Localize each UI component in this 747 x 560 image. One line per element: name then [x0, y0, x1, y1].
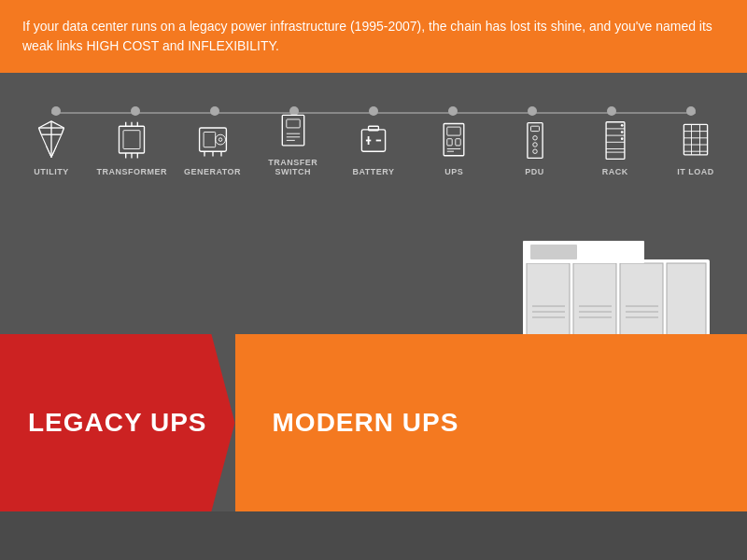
header-text: If your data center runs on a legacy pow… — [22, 19, 712, 53]
svg-rect-20 — [204, 133, 216, 147]
pdu-icon — [521, 119, 549, 161]
component-pdu: PDU — [498, 119, 572, 176]
generator-label: GENERATOR — [184, 167, 241, 176]
svg-point-45 — [532, 143, 537, 147]
legacy-ups-label: LEGACY UPS — [0, 334, 235, 511]
modern-ups-label: MODERN UPS — [235, 334, 747, 511]
transformer-icon — [113, 119, 150, 161]
svg-point-55 — [621, 137, 624, 140]
svg-point-46 — [532, 149, 537, 154]
svg-line-6 — [62, 128, 64, 134]
transformer-label: TRANSFORMER — [97, 167, 168, 176]
transfer-switch-label: TRANSFER SWITCH — [256, 158, 331, 176]
ups-label: UPS — [444, 167, 463, 176]
utility-label: UTILITY — [34, 167, 69, 176]
generator-icon — [194, 119, 232, 161]
svg-point-44 — [532, 136, 537, 141]
legacy-ups-text: LEGACY UPS — [28, 408, 207, 438]
svg-point-54 — [621, 131, 624, 133]
pdu-label: PDU — [525, 167, 544, 176]
svg-rect-43 — [530, 126, 539, 131]
it-load-icon — [677, 119, 714, 161]
battery-icon — [355, 119, 392, 161]
component-ups: UPS — [416, 119, 491, 176]
svg-rect-38 — [447, 139, 452, 146]
svg-rect-69 — [530, 245, 577, 259]
rack-label: RACK — [602, 167, 628, 176]
svg-point-22 — [218, 138, 222, 142]
svg-line-9 — [47, 147, 51, 158]
svg-rect-12 — [123, 131, 140, 149]
svg-rect-56 — [684, 124, 707, 154]
component-transformer: TRANSFORMER — [94, 119, 169, 176]
ups-icon — [435, 119, 472, 161]
chain-section — [0, 73, 747, 101]
component-generator: GENERATOR — [176, 119, 250, 176]
svg-line-3 — [51, 121, 64, 128]
svg-rect-31 — [361, 130, 385, 151]
component-transfer-switch: TRANSFER SWITCH — [256, 110, 331, 176]
svg-rect-27 — [287, 119, 300, 128]
rack-icon — [601, 119, 629, 161]
svg-rect-39 — [456, 139, 460, 146]
svg-point-21 — [215, 134, 225, 145]
svg-line-10 — [51, 147, 56, 158]
component-battery: BATTERY — [336, 119, 411, 176]
transfer-switch-icon — [275, 110, 312, 152]
svg-rect-37 — [447, 127, 460, 135]
component-it-load: IT LOAD — [658, 119, 733, 176]
header-banner: If your data center runs on a legacy pow… — [0, 0, 747, 73]
main-content: UTILITY TRANSFORMER — [0, 73, 747, 511]
bottom-section: LEGACY UPS MODERN UPS — [0, 334, 747, 511]
battery-label: BATTERY — [353, 167, 395, 176]
svg-line-5 — [39, 128, 42, 134]
utility-icon — [33, 119, 70, 161]
components-row: UTILITY TRANSFORMER — [0, 110, 747, 176]
it-load-label: IT LOAD — [677, 167, 714, 176]
svg-point-53 — [621, 124, 624, 127]
component-utility: UTILITY — [14, 119, 89, 176]
component-rack: RACK — [578, 119, 653, 176]
svg-rect-47 — [606, 122, 625, 160]
modern-ups-text: MODERN UPS — [273, 408, 459, 438]
svg-line-2 — [39, 121, 52, 128]
